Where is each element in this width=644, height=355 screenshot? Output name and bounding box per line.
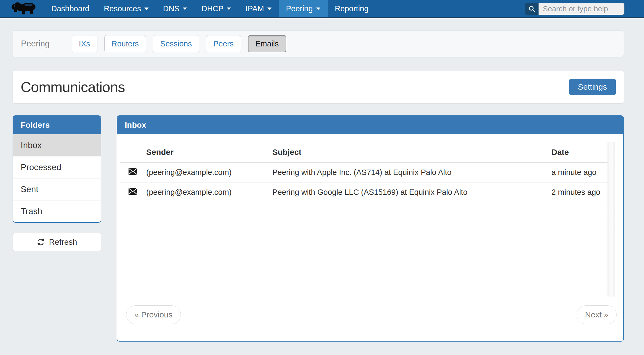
inbox-body: Sender Subject Date (117, 134, 623, 341)
nav-item-label: IPAM (246, 4, 264, 13)
nav-menu: Dashboard Resources DNS DHCP IPAM Peerin… (44, 0, 376, 17)
search-input[interactable] (539, 3, 624, 15)
inbox-panel: Inbox Sender Subject Date (117, 115, 624, 342)
mail-table: Sender Subject Date (120, 142, 608, 202)
previous-page-button[interactable]: « Previous (126, 305, 181, 324)
envelope-icon (128, 168, 137, 175)
folder-item-sent[interactable]: Sent (13, 178, 101, 200)
folder-item-inbox[interactable]: Inbox (13, 134, 101, 156)
sender-cell: (peering@example.com) (146, 182, 272, 202)
folders-panel-title: Folders (13, 116, 101, 134)
page-title: Communications (21, 79, 125, 95)
sender-cell: (peering@example.com) (146, 162, 272, 182)
peering-toolbar: Peering IXs Routers Sessions Peers Email… (13, 30, 624, 57)
column-header-subject: Subject (272, 142, 551, 162)
caret-down-icon (227, 8, 231, 10)
refresh-button[interactable]: Refresh (13, 233, 101, 251)
sessions-button[interactable]: Sessions (153, 35, 199, 52)
nav-item-label: DHCP (202, 4, 224, 13)
panda-icon (10, 1, 38, 16)
settings-button[interactable]: Settings (569, 79, 616, 95)
nav-item-label: Reporting (335, 4, 369, 13)
date-cell: a minute ago (551, 162, 608, 182)
folders-panel: Folders Inbox Processed Sent Trash (13, 115, 101, 223)
column-header-date: Date (551, 142, 608, 162)
nav-item-dns[interactable]: DNS (156, 0, 194, 17)
top-navbar: Dashboard Resources DNS DHCP IPAM Peerin… (0, 0, 644, 18)
global-search (525, 3, 624, 15)
folder-item-processed[interactable]: Processed (13, 156, 101, 178)
peers-button[interactable]: Peers (206, 35, 241, 52)
emails-button[interactable]: Emails (248, 35, 286, 52)
refresh-label: Refresh (49, 237, 77, 247)
routers-button[interactable]: Routers (104, 35, 146, 52)
table-header-row: Sender Subject Date (120, 142, 608, 162)
caret-down-icon (183, 8, 187, 10)
next-page-button[interactable]: Next » (577, 305, 617, 324)
folder-item-trash[interactable]: Trash (13, 200, 101, 222)
column-header-sender: Sender (146, 142, 272, 162)
page-header: Communications Settings (13, 71, 624, 103)
ixs-button[interactable]: IXs (72, 35, 97, 52)
nav-item-label: Dashboard (51, 4, 89, 13)
table-row[interactable]: (peering@example.com) Peering with Apple… (120, 162, 608, 182)
search-icon (528, 5, 535, 12)
scrollbar-track[interactable] (608, 142, 615, 297)
nav-item-label: Peering (286, 4, 313, 13)
subject-cell: Peering with Apple Inc. (AS714) at Equin… (272, 162, 551, 182)
toolbar-title: Peering (21, 39, 50, 49)
caret-down-icon (316, 8, 320, 10)
nav-item-reporting[interactable]: Reporting (328, 0, 376, 17)
subject-cell: Peering with Google LLC (AS15169) at Equ… (272, 182, 551, 202)
nav-item-dashboard[interactable]: Dashboard (44, 0, 97, 17)
caret-down-icon (144, 8, 149, 10)
table-row[interactable]: (peering@example.com) Peering with Googl… (120, 182, 608, 202)
inbox-panel-title: Inbox (117, 116, 623, 134)
page-canvas: Dashboard Resources DNS DHCP IPAM Peerin… (0, 0, 644, 355)
envelope-cell (120, 162, 146, 182)
nav-item-peering[interactable]: Peering (279, 0, 328, 17)
caret-down-icon (267, 8, 272, 10)
envelope-cell (120, 182, 146, 202)
search-button[interactable] (525, 3, 539, 15)
nav-item-resources[interactable]: Resources (97, 0, 156, 17)
panda-logo[interactable] (10, 0, 38, 17)
nav-item-ipam[interactable]: IPAM (238, 0, 279, 17)
date-cell: 2 minutes ago (551, 182, 608, 202)
column-header-icon (120, 142, 146, 162)
nav-item-label: DNS (163, 4, 180, 13)
refresh-icon (36, 238, 45, 246)
envelope-icon (128, 188, 137, 195)
nav-item-dhcp[interactable]: DHCP (194, 0, 238, 17)
nav-item-label: Resources (104, 4, 141, 13)
